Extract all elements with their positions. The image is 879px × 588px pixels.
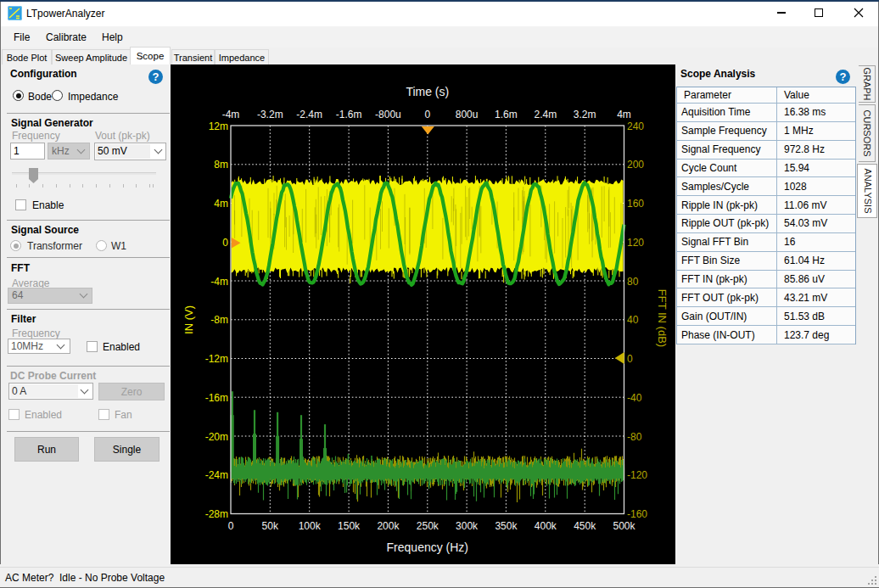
svg-text:40: 40: [627, 314, 639, 326]
svg-text:400k: 400k: [535, 520, 557, 532]
svg-text:80: 80: [627, 276, 639, 288]
svg-text:Frequency (Hz): Frequency (Hz): [387, 540, 468, 554]
svg-text:200: 200: [627, 159, 644, 171]
svg-text:250k: 250k: [417, 520, 440, 532]
svg-text:-800u: -800u: [375, 109, 401, 120]
svg-text:-16m: -16m: [205, 392, 228, 404]
svg-text:2.4m: 2.4m: [534, 109, 557, 120]
svg-text:200k: 200k: [377, 520, 400, 532]
svg-text:-80: -80: [627, 431, 642, 443]
svg-text:-20m: -20m: [205, 431, 228, 443]
svg-text:240: 240: [627, 120, 644, 132]
svg-text:-40: -40: [627, 392, 642, 404]
svg-text:-3.2m: -3.2m: [257, 109, 283, 120]
svg-text:50k: 50k: [262, 520, 279, 532]
svg-text:120: 120: [627, 237, 644, 249]
svg-text:0: 0: [228, 520, 234, 532]
svg-text:0: 0: [424, 109, 430, 120]
svg-text:0: 0: [627, 353, 633, 365]
svg-text:FFT IN (dB): FFT IN (dB): [656, 289, 669, 347]
svg-text:300k: 300k: [456, 520, 479, 532]
svg-text:4m: 4m: [617, 109, 631, 120]
svg-text:1.6m: 1.6m: [495, 109, 518, 120]
svg-text:-28m: -28m: [205, 508, 228, 520]
svg-text:3.2m: 3.2m: [574, 109, 596, 120]
svg-text:0: 0: [222, 237, 228, 249]
svg-text:-24m: -24m: [205, 469, 228, 481]
svg-text:4m: 4m: [214, 198, 228, 210]
svg-text:-8m: -8m: [210, 314, 228, 326]
svg-text:-12m: -12m: [205, 353, 228, 365]
svg-text:12m: 12m: [209, 120, 228, 132]
svg-text:8m: 8m: [214, 159, 228, 171]
svg-text:-160: -160: [627, 508, 647, 520]
svg-text:500k: 500k: [613, 520, 635, 532]
svg-text:100k: 100k: [299, 520, 322, 532]
svg-text:-1.6m: -1.6m: [336, 109, 362, 120]
svg-text:-4m: -4m: [210, 276, 228, 288]
svg-text:-120: -120: [627, 469, 647, 481]
svg-text:160: 160: [627, 198, 644, 210]
svg-text:Time (s): Time (s): [406, 85, 449, 98]
svg-text:350k: 350k: [495, 520, 518, 532]
svg-text:-2.4m: -2.4m: [296, 109, 322, 120]
svg-text:450k: 450k: [574, 520, 596, 532]
svg-text:IN (V): IN (V): [182, 305, 195, 334]
svg-text:150k: 150k: [338, 520, 361, 532]
svg-text:-4m: -4m: [222, 109, 240, 120]
svg-text:800u: 800u: [456, 109, 479, 120]
